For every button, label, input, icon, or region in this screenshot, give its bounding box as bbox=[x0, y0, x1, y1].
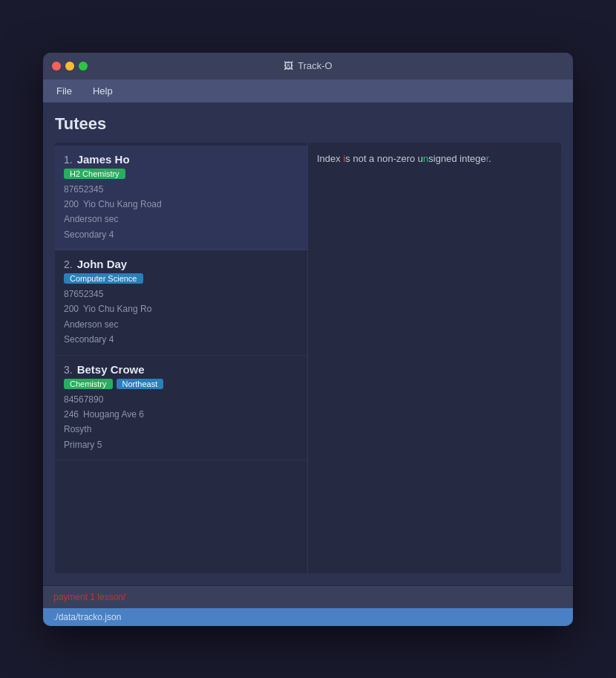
tutee-address-1: 200 Yio Chu Kang Road bbox=[64, 197, 298, 212]
tutee-name-row-2: 2. John Day bbox=[64, 258, 298, 270]
tutee-level-3: Primary 5 bbox=[64, 437, 298, 452]
tutee-phone-2: 87652345 bbox=[64, 287, 298, 301]
tutee-addr-num-1: 200 bbox=[64, 197, 79, 212]
tutee-name-row-3: 3. Betsy Crowe bbox=[64, 363, 298, 376]
tutee-name-row-1: 1. James Ho bbox=[64, 153, 298, 166]
maximize-button[interactable] bbox=[79, 62, 88, 71]
tutee-tags-3: Chemistry Northeast bbox=[64, 379, 298, 389]
tutee-tag-1-0: H2 Chemistry bbox=[64, 169, 125, 179]
menu-help[interactable]: Help bbox=[88, 84, 117, 98]
tutee-addr-street-2: Yio Chu Kang Ro bbox=[83, 301, 151, 316]
tutee-school-1: Anderson sec bbox=[64, 212, 298, 226]
tutee-school-2: Anderson sec bbox=[64, 317, 298, 332]
tutee-item-2[interactable]: 2. John Day Computer Science 87652345 20… bbox=[55, 250, 307, 356]
tutee-tags-1: H2 Chemistry bbox=[64, 169, 298, 179]
window-icon: 🖼 bbox=[284, 60, 293, 71]
tutee-tag-3-0: Chemistry bbox=[64, 379, 113, 389]
tutee-list: 1. James Ho H2 Chemistry 87652345 200 Yi… bbox=[55, 143, 307, 573]
app-window: 🖼 Track-O File Help Tutees 1. James Ho H… bbox=[43, 53, 573, 626]
tutee-school-3: Rosyth bbox=[64, 422, 298, 437]
tutee-tag-3-1: Northeast bbox=[117, 379, 164, 389]
main-split: 1. James Ho H2 Chemistry 87652345 200 Yi… bbox=[55, 143, 561, 573]
tutee-detail-1: 87652345 200 Yio Chu Kang Road Anderson … bbox=[64, 182, 298, 243]
status-bar: ./data/tracko.json bbox=[43, 608, 573, 626]
tutee-name-2: John Day bbox=[77, 258, 128, 270]
tutee-address-3: 246 Hougang Ave 6 bbox=[64, 407, 298, 422]
bottom-bar: payment 1 lesson/ bbox=[43, 585, 573, 608]
tutee-item-3[interactable]: 3. Betsy Crowe Chemistry Northeast 84567… bbox=[55, 356, 307, 461]
content-area: Tutees 1. James Ho H2 Chemistry 87652345 bbox=[43, 102, 573, 585]
tutee-tag-2-0: Computer Science bbox=[64, 273, 143, 284]
tutee-address-2: 200 Yio Chu Kang Ro bbox=[64, 301, 298, 316]
menu-bar: File Help bbox=[43, 79, 573, 102]
window-title: 🖼 Track-O bbox=[284, 60, 332, 71]
window-title-text: Track-O bbox=[298, 60, 332, 71]
tutee-addr-street-3: Hougang Ave 6 bbox=[83, 407, 144, 422]
page-title: Tutees bbox=[55, 114, 561, 134]
err-part-5: signed intege bbox=[428, 153, 485, 164]
tutee-addr-num-3: 246 bbox=[64, 407, 79, 422]
tutee-level-1: Secondary 4 bbox=[64, 227, 298, 242]
error-message: Index is not a non-zero unsigned integer… bbox=[317, 151, 552, 166]
tutee-item-1[interactable]: 1. James Ho H2 Chemistry 87652345 200 Yi… bbox=[55, 146, 307, 251]
bottom-bar-text: payment 1 lesson/ bbox=[53, 592, 125, 602]
tutee-index-2: 2. bbox=[64, 258, 73, 270]
tutee-tags-2: Computer Science bbox=[64, 273, 298, 284]
menu-file[interactable]: File bbox=[52, 84, 76, 98]
tutee-name-1: James Ho bbox=[77, 153, 130, 166]
tutee-index-1: 1. bbox=[64, 154, 73, 166]
close-button[interactable] bbox=[52, 62, 61, 71]
tutee-detail-2: 87652345 200 Yio Chu Kang Ro Anderson se… bbox=[64, 287, 298, 348]
tutee-phone-3: 84567890 bbox=[64, 392, 298, 407]
tutee-phone-1: 87652345 bbox=[64, 182, 298, 197]
tutee-name-3: Betsy Crowe bbox=[77, 363, 145, 376]
tutee-addr-street-1: Yio Chu Kang Road bbox=[83, 197, 162, 212]
err-part-3: s not a non-zero u bbox=[345, 153, 423, 164]
tutee-detail-3: 84567890 246 Hougang Ave 6 Rosyth Primar… bbox=[64, 392, 298, 453]
err-part-7: . bbox=[488, 153, 491, 164]
tutee-level-2: Secondary 4 bbox=[64, 332, 298, 347]
status-bar-text: ./data/tracko.json bbox=[53, 612, 121, 622]
err-part-1: Index bbox=[317, 153, 343, 164]
minimize-button[interactable] bbox=[65, 62, 74, 71]
right-panel: Index is not a non-zero unsigned integer… bbox=[307, 143, 561, 573]
traffic-lights bbox=[52, 62, 88, 71]
title-bar: 🖼 Track-O bbox=[43, 53, 573, 79]
tutee-index-3: 3. bbox=[64, 364, 73, 376]
tutee-addr-num-2: 200 bbox=[64, 301, 79, 316]
